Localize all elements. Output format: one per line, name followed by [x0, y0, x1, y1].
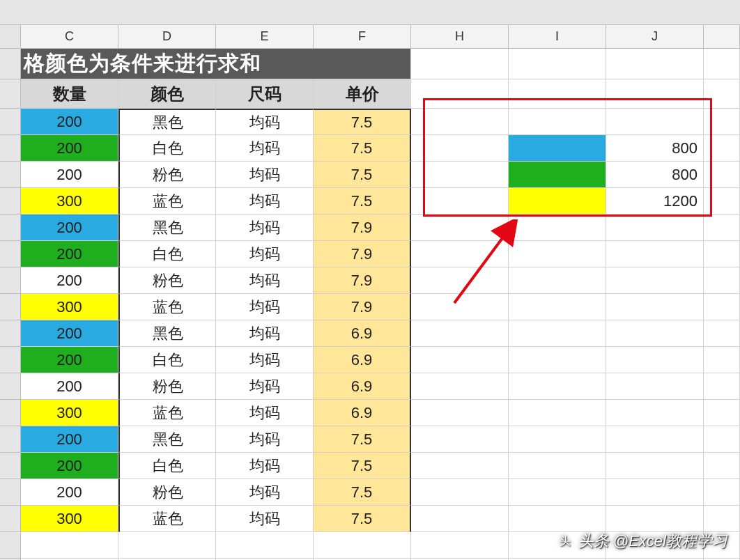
cell-summary-value[interactable]	[606, 267, 704, 294]
empty-cell[interactable]	[704, 400, 740, 426]
cell-price[interactable]: 7.9	[314, 294, 411, 320]
empty-cell[interactable]	[704, 135, 740, 162]
cell-summary-color[interactable]	[509, 267, 606, 294]
cell-price[interactable]: 6.9	[314, 320, 411, 347]
cell-summary-color[interactable]	[509, 347, 606, 373]
empty-cell[interactable]	[118, 532, 216, 559]
cell-size[interactable]: 均码	[216, 109, 314, 135]
cell-summary-value[interactable]: 800	[606, 135, 704, 162]
col-header-j[interactable]: J	[606, 25, 704, 49]
cell-size[interactable]: 均码	[216, 294, 314, 320]
cell-price[interactable]: 7.9	[314, 267, 411, 294]
cell-color[interactable]: 黑色	[118, 320, 216, 347]
header-color[interactable]: 颜色	[118, 79, 216, 109]
cell-price[interactable]: 7.5	[314, 426, 411, 453]
empty-cell[interactable]	[411, 79, 509, 109]
empty-cell[interactable]	[606, 49, 704, 79]
cell-color[interactable]: 黑色	[118, 109, 216, 135]
cell-color[interactable]: 粉色	[118, 479, 216, 506]
row-header[interactable]	[0, 162, 21, 188]
row-header[interactable]	[0, 506, 21, 532]
cell-summary-color[interactable]	[509, 426, 606, 453]
cell-qty[interactable]: 200	[21, 215, 118, 241]
empty-cell[interactable]	[411, 506, 509, 532]
cell-size[interactable]: 均码	[216, 188, 314, 215]
cell-price[interactable]: 7.5	[314, 109, 411, 135]
empty-cell[interactable]	[704, 109, 740, 135]
cell-qty[interactable]: 200	[21, 135, 118, 162]
cell-price[interactable]: 7.5	[314, 188, 411, 215]
empty-cell[interactable]	[704, 241, 740, 267]
empty-cell[interactable]	[411, 426, 509, 453]
cell-qty[interactable]: 300	[21, 400, 118, 426]
cell-summary-color[interactable]	[509, 373, 606, 400]
cell-color[interactable]: 黑色	[118, 426, 216, 453]
cell-qty[interactable]: 200	[21, 453, 118, 479]
cell-summary-value[interactable]	[606, 215, 704, 241]
col-header-e[interactable]: E	[216, 25, 314, 49]
empty-cell[interactable]	[704, 347, 740, 373]
cell-qty[interactable]: 200	[21, 347, 118, 373]
row-header[interactable]	[0, 109, 21, 135]
header-qty[interactable]: 数量	[21, 79, 118, 109]
row-header[interactable]	[0, 267, 21, 294]
cell-qty[interactable]: 200	[21, 109, 118, 135]
cell-summary-value[interactable]	[606, 294, 704, 320]
empty-cell[interactable]	[314, 532, 411, 559]
cell-size[interactable]: 均码	[216, 453, 314, 479]
cell-summary-color[interactable]	[509, 294, 606, 320]
cell-size[interactable]: 均码	[216, 479, 314, 506]
cell-color[interactable]: 粉色	[118, 267, 216, 294]
empty-cell[interactable]	[509, 79, 606, 109]
empty-cell[interactable]	[704, 320, 740, 347]
cell-size[interactable]: 均码	[216, 506, 314, 532]
cell-size[interactable]: 均码	[216, 347, 314, 373]
empty-cell[interactable]	[411, 135, 509, 162]
cell-qty[interactable]: 200	[21, 162, 118, 188]
empty-cell[interactable]	[411, 49, 509, 79]
empty-cell[interactable]	[411, 109, 509, 135]
col-header-f[interactable]: F	[314, 25, 411, 49]
empty-cell[interactable]	[411, 241, 509, 267]
empty-cell[interactable]	[411, 294, 509, 320]
row-header[interactable]	[0, 400, 21, 426]
cell-price[interactable]: 7.5	[314, 135, 411, 162]
cell-summary-color[interactable]	[509, 135, 606, 162]
row-header[interactable]	[0, 294, 21, 320]
empty-cell[interactable]	[216, 532, 314, 559]
cell-color[interactable]: 粉色	[118, 373, 216, 400]
empty-cell[interactable]	[704, 426, 740, 453]
cell-qty[interactable]: 200	[21, 241, 118, 267]
empty-cell[interactable]	[411, 267, 509, 294]
header-price[interactable]: 单价	[314, 79, 411, 109]
cell-qty[interactable]: 200	[21, 373, 118, 400]
cell-price[interactable]: 6.9	[314, 373, 411, 400]
empty-cell[interactable]	[411, 347, 509, 373]
cell-summary-color[interactable]	[509, 188, 606, 215]
cell-summary-value[interactable]	[606, 453, 704, 479]
cell-summary-value[interactable]	[606, 479, 704, 506]
empty-cell[interactable]	[704, 188, 740, 215]
cell-summary-color[interactable]	[509, 215, 606, 241]
empty-cell[interactable]	[21, 532, 118, 559]
empty-cell[interactable]	[509, 49, 606, 79]
empty-cell[interactable]	[704, 479, 740, 506]
cell-size[interactable]: 均码	[216, 400, 314, 426]
row-header[interactable]	[0, 426, 21, 453]
row-header[interactable]	[0, 373, 21, 400]
row-header[interactable]	[0, 453, 21, 479]
cell-size[interactable]: 均码	[216, 320, 314, 347]
empty-cell[interactable]	[411, 320, 509, 347]
cell-size[interactable]: 均码	[216, 426, 314, 453]
row-header[interactable]	[0, 215, 21, 241]
cell-size[interactable]: 均码	[216, 267, 314, 294]
cell-summary-value[interactable]	[606, 426, 704, 453]
col-header-d[interactable]: D	[118, 25, 216, 49]
empty-cell[interactable]	[411, 162, 509, 188]
cell-price[interactable]: 6.9	[314, 347, 411, 373]
cell-size[interactable]: 均码	[216, 373, 314, 400]
cell-summary-value[interactable]	[606, 347, 704, 373]
cell-summary-color[interactable]	[509, 453, 606, 479]
cell-color[interactable]: 蓝色	[118, 400, 216, 426]
empty-cell[interactable]	[704, 49, 740, 79]
